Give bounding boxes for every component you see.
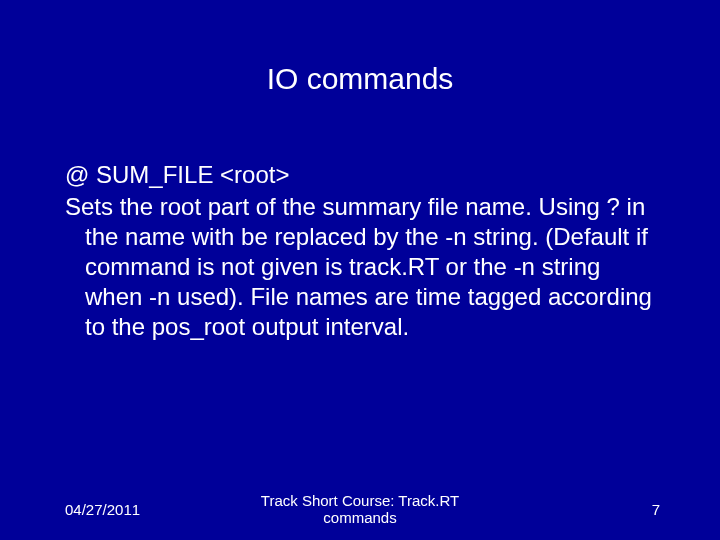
slide-body: @ SUM_FILE <root> Sets the root part of … — [65, 160, 660, 342]
footer-center-line1: Track Short Course: Track.RT — [261, 492, 459, 509]
footer-page-number: 7 — [652, 501, 660, 518]
slide-title: IO commands — [0, 62, 720, 96]
footer-center: Track Short Course: Track.RT commands — [0, 492, 720, 527]
command-line: @ SUM_FILE <root> — [65, 160, 660, 190]
command-description: Sets the root part of the summary file n… — [65, 192, 660, 342]
footer-center-line2: commands — [323, 509, 396, 526]
slide: IO commands @ SUM_FILE <root> Sets the r… — [0, 0, 720, 540]
